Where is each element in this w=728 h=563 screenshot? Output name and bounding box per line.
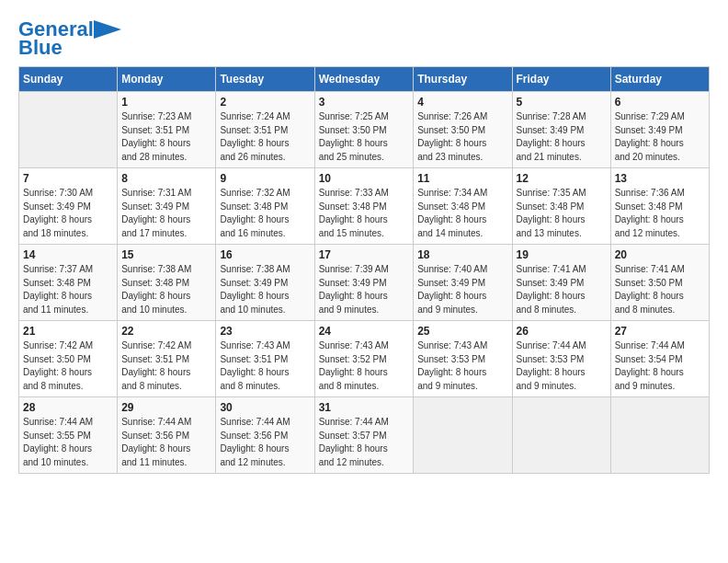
- calendar-cell: 22Sunrise: 7:42 AM Sunset: 3:51 PM Dayli…: [118, 321, 216, 397]
- header-thursday: Thursday: [414, 67, 512, 92]
- calendar-cell: 15Sunrise: 7:38 AM Sunset: 3:48 PM Dayli…: [118, 245, 216, 321]
- calendar-cell: 12Sunrise: 7:35 AM Sunset: 3:48 PM Dayli…: [512, 168, 610, 245]
- calendar-week-row: 14Sunrise: 7:37 AM Sunset: 3:48 PM Dayli…: [19, 245, 710, 321]
- calendar-week-row: 28Sunrise: 7:44 AM Sunset: 3:55 PM Dayli…: [19, 397, 710, 474]
- cell-info: Sunrise: 7:30 AM Sunset: 3:49 PM Dayligh…: [23, 187, 113, 240]
- calendar-cell: 24Sunrise: 7:43 AM Sunset: 3:52 PM Dayli…: [314, 321, 414, 397]
- calendar-cell: 8Sunrise: 7:31 AM Sunset: 3:49 PM Daylig…: [118, 168, 216, 245]
- calendar-cell: 29Sunrise: 7:44 AM Sunset: 3:56 PM Dayli…: [118, 397, 216, 474]
- cell-info: Sunrise: 7:43 AM Sunset: 3:53 PM Dayligh…: [417, 339, 507, 393]
- cell-info: Sunrise: 7:39 AM Sunset: 3:49 PM Dayligh…: [319, 263, 410, 316]
- cell-info: Sunrise: 7:40 AM Sunset: 3:49 PM Dayligh…: [417, 263, 507, 316]
- cell-info: Sunrise: 7:23 AM Sunset: 3:51 PM Dayligh…: [121, 110, 211, 164]
- header-friday: Friday: [512, 67, 610, 92]
- page-header: General Blue: [18, 18, 710, 59]
- cell-info: Sunrise: 7:24 AM Sunset: 3:51 PM Dayligh…: [220, 110, 310, 164]
- calendar-cell: 26Sunrise: 7:44 AM Sunset: 3:53 PM Dayli…: [512, 321, 610, 397]
- calendar-cell: 4Sunrise: 7:26 AM Sunset: 3:50 PM Daylig…: [414, 92, 512, 168]
- day-number: 2: [220, 96, 310, 109]
- calendar-cell: 21Sunrise: 7:42 AM Sunset: 3:50 PM Dayli…: [19, 321, 118, 397]
- cell-info: Sunrise: 7:44 AM Sunset: 3:55 PM Dayligh…: [23, 416, 113, 469]
- cell-info: Sunrise: 7:44 AM Sunset: 3:56 PM Dayligh…: [220, 416, 310, 469]
- cell-info: Sunrise: 7:38 AM Sunset: 3:49 PM Dayligh…: [220, 263, 310, 316]
- calendar-cell: 6Sunrise: 7:29 AM Sunset: 3:49 PM Daylig…: [610, 92, 709, 168]
- day-number: 11: [417, 172, 507, 185]
- calendar-cell: 20Sunrise: 7:41 AM Sunset: 3:50 PM Dayli…: [610, 245, 709, 321]
- calendar-week-row: 21Sunrise: 7:42 AM Sunset: 3:50 PM Dayli…: [19, 321, 710, 397]
- calendar-cell: [414, 397, 512, 474]
- cell-info: Sunrise: 7:29 AM Sunset: 3:49 PM Dayligh…: [615, 110, 705, 164]
- calendar-cell: 1Sunrise: 7:23 AM Sunset: 3:51 PM Daylig…: [118, 92, 216, 168]
- header-monday: Monday: [118, 67, 216, 92]
- cell-info: Sunrise: 7:44 AM Sunset: 3:53 PM Dayligh…: [517, 339, 607, 393]
- calendar-header-row: SundayMondayTuesdayWednesdayThursdayFrid…: [19, 67, 710, 92]
- day-number: 16: [220, 248, 310, 261]
- day-number: 23: [220, 325, 310, 338]
- cell-info: Sunrise: 7:42 AM Sunset: 3:50 PM Dayligh…: [23, 339, 113, 393]
- day-number: 10: [319, 172, 410, 185]
- cell-info: Sunrise: 7:44 AM Sunset: 3:56 PM Dayligh…: [121, 416, 211, 469]
- calendar-cell: 27Sunrise: 7:44 AM Sunset: 3:54 PM Dayli…: [610, 321, 709, 397]
- day-number: 3: [319, 96, 410, 109]
- header-saturday: Saturday: [610, 67, 709, 92]
- day-number: 21: [23, 325, 113, 338]
- cell-info: Sunrise: 7:33 AM Sunset: 3:48 PM Dayligh…: [319, 187, 410, 240]
- calendar-week-row: 7Sunrise: 7:30 AM Sunset: 3:49 PM Daylig…: [19, 168, 710, 245]
- day-number: 8: [121, 172, 211, 185]
- calendar-cell: 28Sunrise: 7:44 AM Sunset: 3:55 PM Dayli…: [19, 397, 118, 474]
- day-number: 9: [220, 172, 310, 185]
- cell-info: Sunrise: 7:41 AM Sunset: 3:49 PM Dayligh…: [517, 263, 607, 316]
- day-number: 22: [121, 325, 211, 338]
- day-number: 1: [121, 96, 211, 109]
- cell-info: Sunrise: 7:43 AM Sunset: 3:51 PM Dayligh…: [220, 339, 310, 393]
- header-sunday: Sunday: [19, 67, 118, 92]
- cell-info: Sunrise: 7:42 AM Sunset: 3:51 PM Dayligh…: [121, 339, 211, 393]
- cell-info: Sunrise: 7:28 AM Sunset: 3:49 PM Dayligh…: [517, 110, 607, 164]
- day-number: 29: [121, 401, 211, 414]
- calendar-cell: 23Sunrise: 7:43 AM Sunset: 3:51 PM Dayli…: [216, 321, 314, 397]
- calendar-cell: 30Sunrise: 7:44 AM Sunset: 3:56 PM Dayli…: [216, 397, 314, 474]
- logo: General Blue: [18, 18, 121, 59]
- day-number: 13: [615, 172, 705, 185]
- calendar-cell: 11Sunrise: 7:34 AM Sunset: 3:48 PM Dayli…: [414, 168, 512, 245]
- calendar-cell: 2Sunrise: 7:24 AM Sunset: 3:51 PM Daylig…: [216, 92, 314, 168]
- calendar-cell: 13Sunrise: 7:36 AM Sunset: 3:48 PM Dayli…: [610, 168, 709, 245]
- day-number: 17: [319, 248, 410, 261]
- cell-info: Sunrise: 7:25 AM Sunset: 3:50 PM Dayligh…: [319, 110, 410, 164]
- day-number: 30: [220, 401, 310, 414]
- cell-info: Sunrise: 7:36 AM Sunset: 3:48 PM Dayligh…: [615, 187, 705, 240]
- day-number: 18: [417, 248, 507, 261]
- calendar-cell: [610, 397, 709, 474]
- cell-info: Sunrise: 7:31 AM Sunset: 3:49 PM Dayligh…: [121, 187, 211, 240]
- day-number: 6: [615, 96, 705, 109]
- calendar-cell: 14Sunrise: 7:37 AM Sunset: 3:48 PM Dayli…: [19, 245, 118, 321]
- day-number: 24: [319, 325, 410, 338]
- cell-info: Sunrise: 7:34 AM Sunset: 3:48 PM Dayligh…: [417, 187, 507, 240]
- calendar-cell: 17Sunrise: 7:39 AM Sunset: 3:49 PM Dayli…: [314, 245, 414, 321]
- day-number: 20: [615, 248, 705, 261]
- logo-blue-text: Blue: [18, 37, 63, 59]
- cell-info: Sunrise: 7:26 AM Sunset: 3:50 PM Dayligh…: [417, 110, 507, 164]
- day-number: 14: [23, 248, 113, 261]
- calendar-cell: 31Sunrise: 7:44 AM Sunset: 3:57 PM Dayli…: [314, 397, 414, 474]
- calendar-cell: 25Sunrise: 7:43 AM Sunset: 3:53 PM Dayli…: [414, 321, 512, 397]
- day-number: 28: [23, 401, 113, 414]
- header-tuesday: Tuesday: [216, 67, 314, 92]
- calendar-cell: 19Sunrise: 7:41 AM Sunset: 3:49 PM Dayli…: [512, 245, 610, 321]
- cell-info: Sunrise: 7:37 AM Sunset: 3:48 PM Dayligh…: [23, 263, 113, 316]
- calendar-cell: 18Sunrise: 7:40 AM Sunset: 3:49 PM Dayli…: [414, 245, 512, 321]
- calendar-cell: 7Sunrise: 7:30 AM Sunset: 3:49 PM Daylig…: [19, 168, 118, 245]
- calendar-cell: [512, 397, 610, 474]
- day-number: 15: [121, 248, 211, 261]
- cell-info: Sunrise: 7:44 AM Sunset: 3:54 PM Dayligh…: [615, 339, 705, 393]
- header-wednesday: Wednesday: [314, 67, 414, 92]
- calendar-cell: 3Sunrise: 7:25 AM Sunset: 3:50 PM Daylig…: [314, 92, 414, 168]
- day-number: 5: [517, 96, 607, 109]
- day-number: 25: [417, 325, 507, 338]
- cell-info: Sunrise: 7:44 AM Sunset: 3:57 PM Dayligh…: [319, 416, 410, 469]
- day-number: 4: [417, 96, 507, 109]
- day-number: 27: [615, 325, 705, 338]
- cell-info: Sunrise: 7:32 AM Sunset: 3:48 PM Dayligh…: [220, 187, 310, 240]
- calendar-cell: 16Sunrise: 7:38 AM Sunset: 3:49 PM Dayli…: [216, 245, 314, 321]
- calendar-cell: 5Sunrise: 7:28 AM Sunset: 3:49 PM Daylig…: [512, 92, 610, 168]
